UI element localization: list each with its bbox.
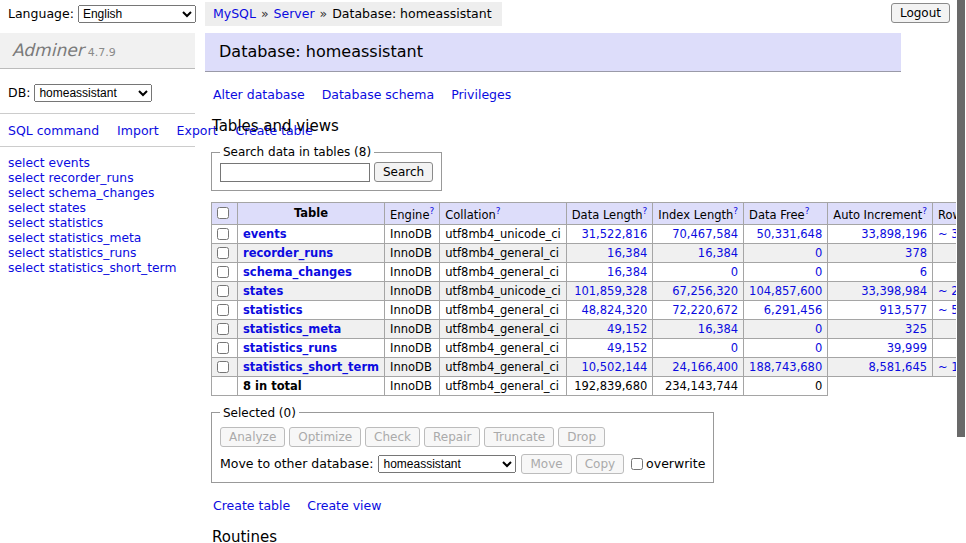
- breadcrumb-link-server[interactable]: Server: [274, 6, 315, 21]
- data-free-link[interactable]: 50,331,648: [756, 227, 822, 241]
- help-link[interactable]: ?: [733, 206, 738, 216]
- overwrite-checkbox[interactable]: [631, 458, 643, 470]
- sidebar-link-sql-command[interactable]: SQL command: [8, 123, 99, 138]
- table-name-link[interactable]: states: [243, 284, 283, 298]
- alter-database-link[interactable]: Alter database: [213, 87, 305, 102]
- help-link[interactable]: ?: [643, 206, 648, 216]
- data-length-link[interactable]: 31,522,816: [581, 227, 647, 241]
- language-select[interactable]: English: [78, 5, 196, 23]
- data-length-link[interactable]: 16,384: [607, 246, 647, 260]
- table-name-link[interactable]: recorder_runs: [243, 246, 333, 260]
- sidebar-item-select-statistics-runs[interactable]: select statistics_runs: [8, 246, 187, 261]
- sidebar-divider: [0, 146, 195, 147]
- index-length-link[interactable]: 24,166,400: [672, 360, 738, 374]
- analyze-button[interactable]: Analyze: [220, 427, 285, 447]
- breadcrumb-separator: »: [261, 6, 269, 21]
- table-name-link[interactable]: statistics_short_term: [243, 360, 379, 374]
- index-length-link[interactable]: 16,384: [698, 246, 738, 260]
- vertical-scrollbar[interactable]: [956, 0, 966, 543]
- engine-cell: InnoDB: [385, 338, 440, 357]
- index-length-link[interactable]: 70,467,584: [672, 227, 738, 241]
- auto-increment-link[interactable]: 33,398,984: [861, 284, 927, 298]
- create-table-link[interactable]: Create table: [213, 498, 290, 513]
- db-select[interactable]: homeassistant: [34, 84, 152, 102]
- auto-increment-link[interactable]: 39,999: [887, 341, 927, 355]
- row-checkbox[interactable]: [217, 247, 229, 259]
- table-name-link[interactable]: schema_changes: [243, 265, 352, 279]
- copy-button[interactable]: Copy: [576, 454, 624, 474]
- sidebar-item-select-schema-changes[interactable]: select schema_changes: [8, 186, 187, 201]
- overwrite-option[interactable]: overwrite: [631, 456, 705, 471]
- row-checkbox[interactable]: [217, 285, 229, 297]
- move-button[interactable]: Move: [521, 454, 571, 474]
- auto-increment-link[interactable]: 33,898,196: [861, 227, 927, 241]
- row-checkbox[interactable]: [217, 361, 229, 373]
- collation-cell: utf8mb4_general_ci: [440, 357, 567, 376]
- data-length-link[interactable]: 48,824,320: [581, 303, 647, 317]
- sidebar-item-select-events[interactable]: select events: [8, 156, 187, 171]
- sidebar-item-select-states[interactable]: select states: [8, 201, 187, 216]
- data-length-link[interactable]: 16,384: [607, 265, 647, 279]
- data-length: 48,824,320: [566, 300, 653, 319]
- row-checkbox[interactable]: [217, 228, 229, 240]
- table-name-link[interactable]: statistics_runs: [243, 341, 337, 355]
- database-schema-link[interactable]: Database schema: [322, 87, 434, 102]
- auto-increment: 913,577: [828, 300, 933, 319]
- logout-button[interactable]: Logout: [891, 3, 950, 23]
- help-link[interactable]: ?: [922, 206, 927, 216]
- help-link[interactable]: ?: [805, 206, 810, 216]
- auto-increment-link[interactable]: 913,577: [879, 303, 927, 317]
- data-free-link[interactable]: 0: [815, 265, 822, 279]
- data-free-link[interactable]: 104,857,600: [749, 284, 822, 298]
- row-checkbox[interactable]: [217, 342, 229, 354]
- move-database-select[interactable]: homeassistant: [378, 455, 516, 473]
- auto-increment-link[interactable]: 8,581,645: [869, 360, 928, 374]
- sidebar-item-select-statistics[interactable]: select statistics: [8, 216, 187, 231]
- index-length: 0: [653, 262, 744, 281]
- sidebar-actions: SQL commandImportExportCreate table: [0, 121, 195, 139]
- index-length-link[interactable]: 0: [731, 341, 738, 355]
- index-length-link[interactable]: 16,384: [698, 322, 738, 336]
- auto-increment-link[interactable]: 325: [905, 322, 927, 336]
- help-link[interactable]: ?: [429, 206, 434, 216]
- data-free-link[interactable]: 6,291,456: [764, 303, 823, 317]
- data-length-link[interactable]: 49,152: [607, 322, 647, 336]
- search-input[interactable]: [220, 163, 370, 182]
- data-length-link[interactable]: 49,152: [607, 341, 647, 355]
- drop-button[interactable]: Drop: [558, 427, 605, 447]
- auto-increment-link[interactable]: 6: [920, 265, 927, 279]
- search-button[interactable]: Search: [374, 162, 433, 182]
- sidebar-link-import[interactable]: Import: [117, 123, 159, 138]
- row-checkbox[interactable]: [217, 304, 229, 316]
- data-free-link[interactable]: 0: [815, 246, 822, 260]
- check-button[interactable]: Check: [365, 427, 420, 447]
- data-free-link[interactable]: 188,743,680: [749, 360, 822, 374]
- create-links-row: Create tableCreate view: [213, 498, 917, 513]
- index-length-link[interactable]: 67,256,320: [672, 284, 738, 298]
- optimize-button[interactable]: Optimize: [289, 427, 361, 447]
- row-checkbox[interactable]: [217, 323, 229, 335]
- help-link[interactable]: ?: [496, 206, 501, 216]
- scrollbar-thumb[interactable]: [957, 0, 965, 437]
- sidebar-item-select-statistics-meta[interactable]: select statistics_meta: [8, 231, 187, 246]
- repair-button[interactable]: Repair: [424, 427, 480, 447]
- sidebar-item-select-statistics-short-term[interactable]: select statistics_short_term: [8, 261, 187, 276]
- table-name-link[interactable]: statistics_meta: [243, 322, 341, 336]
- create-view-link[interactable]: Create view: [307, 498, 381, 513]
- index-length-link[interactable]: 0: [731, 265, 738, 279]
- table-name-link[interactable]: events: [243, 227, 287, 241]
- select-all-checkbox[interactable]: [217, 207, 229, 219]
- auto-increment: 8,581,645: [828, 357, 933, 376]
- sidebar-item-select-recorder-runs[interactable]: select recorder_runs: [8, 171, 187, 186]
- table-name-link[interactable]: statistics: [243, 303, 303, 317]
- data-length-link[interactable]: 101,859,328: [574, 284, 647, 298]
- data-free-link[interactable]: 0: [815, 341, 822, 355]
- row-checkbox[interactable]: [217, 266, 229, 278]
- auto-increment-link[interactable]: 378: [905, 246, 927, 260]
- breadcrumb-link-mysql[interactable]: MySQL: [213, 6, 256, 21]
- data-length-link[interactable]: 10,502,144: [581, 360, 647, 374]
- data-free-link[interactable]: 0: [815, 322, 822, 336]
- truncate-button[interactable]: Truncate: [484, 427, 554, 447]
- index-length-link[interactable]: 72,220,672: [672, 303, 738, 317]
- privileges-link[interactable]: Privileges: [451, 87, 511, 102]
